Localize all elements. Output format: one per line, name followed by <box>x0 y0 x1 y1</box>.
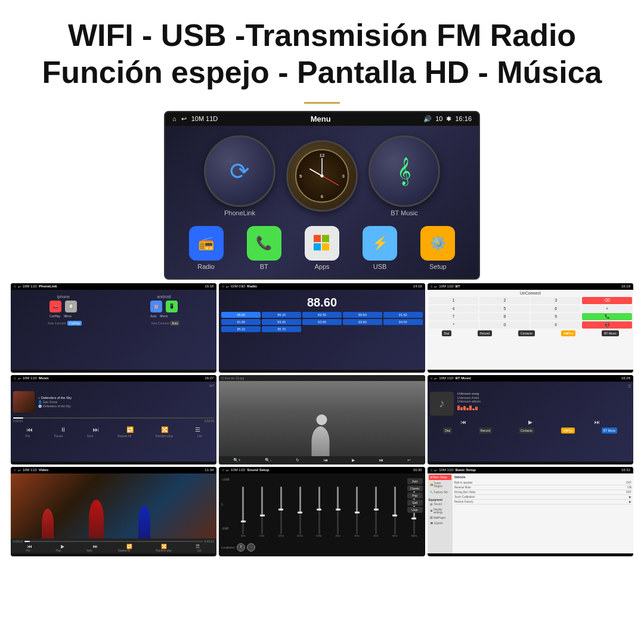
preset-soft[interactable]: Soft <box>407 500 423 506</box>
bs-item-system[interactable]: 💻System <box>429 521 451 526</box>
btm-record[interactable]: Record <box>479 428 492 434</box>
bs-item-basic[interactable]: ⚙Basic Setup <box>429 475 451 480</box>
zoom-out-btn[interactable]: 🔍- <box>265 458 271 463</box>
next-btn[interactable]: ⏭ <box>93 426 99 433</box>
preset-user[interactable]: User <box>407 507 423 513</box>
sound-status: ⌂ ↩ 10M 11D Sound Setup 16:30 <box>219 467 425 473</box>
bs-sidebar: ⚙Basic Setup 📻Tuner Region 🔧Factory Set … <box>428 473 453 553</box>
btmusic-circle-item[interactable]: 𝄞 BT Music <box>369 135 440 216</box>
bs-item-tuner[interactable]: 📻Tuner Region <box>429 481 451 489</box>
photo-next-btn[interactable]: ⏭ <box>379 458 383 463</box>
app-bt[interactable]: 📞 BT <box>247 226 281 270</box>
eq-handle-8[interactable] <box>374 509 379 510</box>
eq-handle-2[interactable] <box>260 515 265 516</box>
list-btn[interactable]: ☰ <box>195 426 200 433</box>
eq-handle-10[interactable] <box>411 518 416 519</box>
bt-contacts[interactable]: Contacts <box>518 330 535 336</box>
photo-play-btn[interactable]: ▶ <box>352 458 355 463</box>
eq-handle-4[interactable] <box>298 512 302 513</box>
eq-track-6 <box>337 487 339 534</box>
btm-dial[interactable]: Dial <box>443 428 452 434</box>
bs-item-sound[interactable]: 🔊Sound <box>429 501 451 507</box>
eq-handle-9[interactable] <box>392 515 397 516</box>
menu-title: Menu <box>311 114 331 123</box>
btm-pair2[interactable]: ⚙✱Pair <box>561 428 575 434</box>
zoom-in-btn[interactable]: 🔍+ <box>233 458 241 463</box>
btm-contacts[interactable]: Contacts <box>519 428 534 434</box>
home-icon[interactable]: ⌂ <box>172 115 177 122</box>
bs-row-4[interactable]: Touch Calibration ▶ <box>454 495 631 500</box>
video-repeat-btn[interactable]: 🔁 <box>126 544 132 549</box>
bs-row-5[interactable]: Restore Factory ▶ <box>454 500 631 504</box>
app-apps[interactable]: Apps <box>305 226 339 270</box>
video-progress-bar <box>24 541 203 542</box>
bt-music-btn[interactable]: BT Music <box>602 330 619 336</box>
video-list-btn[interactable]: ☰ <box>196 544 200 549</box>
bs-row-1: Built-in speaker OFF <box>454 481 631 485</box>
eq-handle-5[interactable] <box>317 509 321 510</box>
eq-col-9: 8KHz <box>386 487 404 537</box>
app-setup[interactable]: ⚙️ Setup <box>420 226 455 270</box>
radio-time: 14:19 <box>413 284 422 288</box>
bt-pair[interactable]: ⚙✱Pair <box>561 330 576 336</box>
eq-track-4 <box>299 487 301 534</box>
btm-next[interactable]: ⏭ <box>595 419 600 425</box>
rotate-btn[interactable]: ↻ <box>296 458 299 463</box>
app-usb[interactable]: ⚡ USB <box>363 226 397 270</box>
video-next-btn[interactable]: ⏭ <box>93 544 98 549</box>
preset-pop[interactable]: Pop <box>407 493 423 499</box>
status-bar-left: ⌂ ↩ 10M 11D <box>172 115 218 123</box>
phonelink-screen: ⌂ ↩ 10M 11D PhoneLink 16:18 iphone 🚗 🪞 C… <box>11 283 216 373</box>
photo-return-btn[interactable]: ↩ <box>407 458 411 463</box>
back-icon[interactable]: ↩ <box>181 115 187 123</box>
shuffle-btn[interactable]: 🔀 <box>161 426 168 433</box>
apps-icon-box <box>305 226 339 261</box>
phonelink-circle: ⟳ <box>204 135 275 207</box>
bs-item-display[interactable]: 🖥Display settings <box>429 507 451 515</box>
usb-icon-box: ⚡ <box>363 226 397 261</box>
bs-item-wallpaper[interactable]: 🖼WallPaper <box>429 515 451 521</box>
eq-handle-3[interactable] <box>278 509 283 510</box>
circles-row: ⟳ PhoneLink 12 3 6 9 <box>177 135 467 216</box>
carplay-icon: 🚗 <box>49 301 61 312</box>
prev-btn[interactable]: ⏮ <box>27 426 33 433</box>
btm-play[interactable]: ▶ <box>528 419 532 425</box>
app-radio[interactable]: 📻 Radio <box>189 226 224 270</box>
eq-handle-1[interactable] <box>241 521 246 522</box>
btm-list-icon[interactable]: ☰ <box>430 384 631 388</box>
eq-handle-6[interactable] <box>336 509 340 510</box>
phonelink-circle-item[interactable]: ⟳ PhoneLink <box>204 135 275 216</box>
music-content: 4/7 ♪Defenders of the Sky 👤Epic Score 💿D… <box>11 382 216 462</box>
main-status-bar: ⌂ ↩ 10M 11D Menu 🔊 10 ✱ 16:16 <box>165 112 479 126</box>
btm-song-info: Unknown song Unknown Artist Unknown albu… <box>457 392 481 403</box>
video-prev-btn[interactable]: ⏮ <box>27 544 32 549</box>
repeat-btn[interactable]: 🔁 <box>126 426 134 433</box>
sound-presets: Jazz Classic Pop Soft User <box>407 478 423 513</box>
loudness-row: Loudness: <box>221 543 255 552</box>
preset-jazz[interactable]: Jazz <box>407 478 423 484</box>
btm-prev[interactable]: ⏮ <box>461 419 466 425</box>
video-shuffle-btn[interactable]: 🔀 <box>161 544 167 549</box>
loudness-knob[interactable] <box>237 543 245 552</box>
eq-handle-7[interactable] <box>355 512 360 513</box>
clock-face: 12 3 6 9 <box>295 149 349 203</box>
bt-dial[interactable]: Dial <box>442 330 452 336</box>
eq-label-8: 4KHz <box>373 535 379 537</box>
bt-record[interactable]: Record <box>478 330 492 336</box>
balance-knob[interactable] <box>247 543 255 552</box>
usb-icon: ⚡ <box>372 236 388 251</box>
eq-fill-7 <box>356 487 358 513</box>
setup-icon-box: ⚙️ <box>420 226 455 261</box>
pause-btn[interactable]: ⏸ <box>60 426 66 433</box>
preset-classic[interactable]: Classic <box>407 485 423 491</box>
bs-item-factory[interactable]: 🔧Factory Set <box>429 490 451 495</box>
music-progress-fill <box>13 417 23 419</box>
eq-label-6: 1KHz <box>336 535 341 537</box>
btm-date: 10M 11D <box>439 376 453 380</box>
video-play-btn[interactable]: ▶ <box>61 544 64 549</box>
photo-prev-btn[interactable]: ⏮ <box>324 458 328 463</box>
main-screen: ⌂ ↩ 10M 11D Menu 🔊 10 ✱ 16:16 ⟳ PhoneLin… <box>164 111 480 280</box>
music-screen: ⌂ ↩ 10M 11D Music 16:27 4/7 ♪Defenders o… <box>11 375 216 465</box>
bt-status: ⌂ ↩ 10M 11D BT 16:19 <box>428 283 633 290</box>
btm-music2[interactable]: BT Music <box>602 428 618 434</box>
